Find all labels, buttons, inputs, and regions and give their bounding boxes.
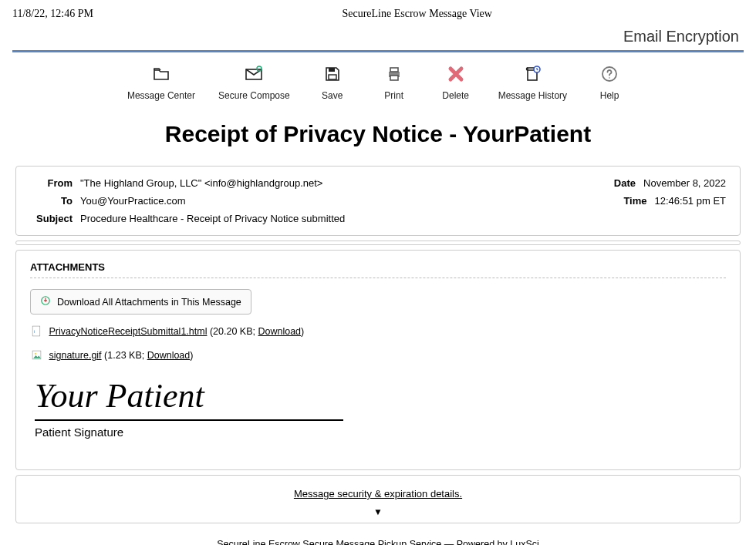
to-label: To bbox=[30, 195, 73, 207]
subject-label: Subject bbox=[30, 213, 73, 224]
delete-x-icon bbox=[447, 65, 465, 86]
date-label: Date bbox=[609, 177, 636, 189]
page-title: Receipt of Privacy Notice - YourPatient bbox=[0, 121, 756, 147]
svg-rect-3 bbox=[329, 75, 336, 79]
chevron-down-icon[interactable]: ▼ bbox=[16, 507, 740, 516]
svg-point-1 bbox=[257, 66, 262, 71]
to-value: You@YourPractice.com bbox=[80, 195, 186, 207]
signature-block: Your Patient Patient Signature bbox=[35, 379, 726, 439]
footer: SecureLine Escrow Secure Message Pickup … bbox=[0, 528, 756, 545]
subject-value: Procedure Healthcare - Receipt of Privac… bbox=[80, 213, 345, 224]
attachments-heading: ATTACHMENTS bbox=[30, 261, 726, 273]
svg-rect-5 bbox=[390, 68, 398, 72]
from-value: "The Highland Group, LLC" <info@highland… bbox=[80, 177, 322, 189]
attachment-download-link[interactable]: Download bbox=[147, 350, 191, 361]
delete-button[interactable]: Delete bbox=[437, 65, 475, 101]
attachment-meta: (1.23 KB; Download) bbox=[104, 350, 193, 361]
message-history-button[interactable]: Message History bbox=[498, 65, 567, 101]
message-headers-panel: From "The Highland Group, LLC" <info@hig… bbox=[15, 166, 741, 236]
globe-download-icon bbox=[40, 295, 51, 308]
secure-compose-button[interactable]: Secure Compose bbox=[218, 65, 290, 101]
attachment-row: signature.gif (1.23 KB; Download) bbox=[32, 350, 726, 362]
attachment-meta: (20.20 KB; Download) bbox=[210, 326, 304, 337]
print-button[interactable]: Print bbox=[375, 65, 413, 101]
security-details-link[interactable]: Message security & expiration details. bbox=[294, 488, 462, 500]
attachment-filename-link[interactable]: PrivacyNoticeReceiptSubmittal1.html bbox=[49, 326, 207, 337]
attachment-download-link[interactable]: Download bbox=[258, 326, 301, 337]
time-value: 12:46:51 pm ET bbox=[655, 195, 727, 207]
security-details-panel: Message security & expiration details. ▼ bbox=[15, 475, 741, 523]
spacer-panel bbox=[15, 241, 741, 245]
svg-point-10 bbox=[609, 77, 610, 79]
attachments-panel: ATTACHMENTS Download All Attachments in … bbox=[15, 250, 741, 470]
svg-rect-2 bbox=[329, 68, 335, 72]
toolbar-label: Message Center bbox=[127, 90, 195, 101]
from-label: From bbox=[30, 177, 73, 189]
attachment-row: i PrivacyNoticeReceiptSubmittal1.html (2… bbox=[32, 325, 726, 339]
save-button[interactable]: Save bbox=[313, 65, 352, 101]
toolbar-label: Delete bbox=[442, 90, 469, 101]
toolbar-label: Help bbox=[600, 90, 619, 101]
svg-rect-6 bbox=[390, 76, 398, 80]
signature-image: Your Patient bbox=[35, 379, 726, 413]
history-icon bbox=[523, 65, 542, 86]
toolbar-label: Secure Compose bbox=[218, 90, 290, 101]
download-all-label: Download All Attachments in This Message bbox=[57, 297, 241, 308]
help-button[interactable]: Help bbox=[590, 65, 629, 101]
time-label: Time bbox=[621, 195, 647, 207]
attachment-filename-link[interactable]: signature.gif bbox=[49, 350, 101, 361]
help-icon bbox=[600, 65, 619, 86]
signature-caption: Patient Signature bbox=[35, 419, 343, 439]
download-all-button[interactable]: Download All Attachments in This Message bbox=[30, 289, 251, 315]
envelope-edit-icon bbox=[245, 65, 263, 86]
dashed-divider bbox=[30, 278, 726, 278]
toolbar: Message Center Secure Compose Save Print… bbox=[0, 60, 756, 109]
date-value: November 8, 2022 bbox=[643, 177, 726, 189]
folder-open-icon bbox=[152, 65, 170, 86]
footer-text: SecureLine Escrow Secure Message Pickup … bbox=[217, 539, 510, 545]
svg-point-15 bbox=[35, 353, 36, 355]
toolbar-label: Print bbox=[384, 90, 403, 101]
toolbar-label: Message History bbox=[498, 90, 567, 101]
toolbar-label: Save bbox=[322, 90, 343, 101]
svg-text:i: i bbox=[34, 329, 35, 334]
window-title: SecureLine Escrow Message View bbox=[342, 8, 491, 20]
divider bbox=[12, 50, 744, 52]
print-timestamp: 11/8/22, 12:46 PM bbox=[12, 8, 93, 20]
brand-label: Email Encryption bbox=[0, 25, 756, 49]
message-center-button[interactable]: Message Center bbox=[127, 65, 195, 101]
image-file-icon bbox=[32, 350, 42, 362]
save-icon bbox=[323, 65, 342, 86]
html-file-icon: i bbox=[32, 325, 42, 339]
print-icon bbox=[385, 65, 403, 86]
powered-by-link[interactable]: LuxSci bbox=[510, 539, 539, 545]
